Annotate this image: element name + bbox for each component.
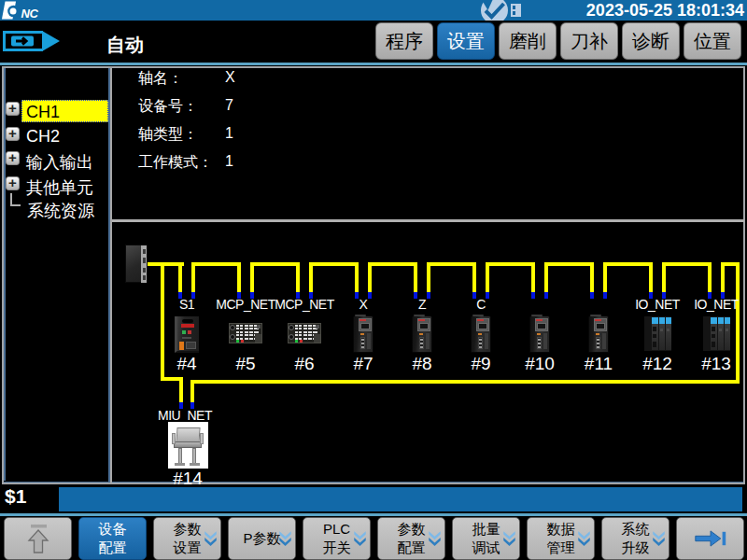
svg-text:NC: NC <box>21 7 39 21</box>
